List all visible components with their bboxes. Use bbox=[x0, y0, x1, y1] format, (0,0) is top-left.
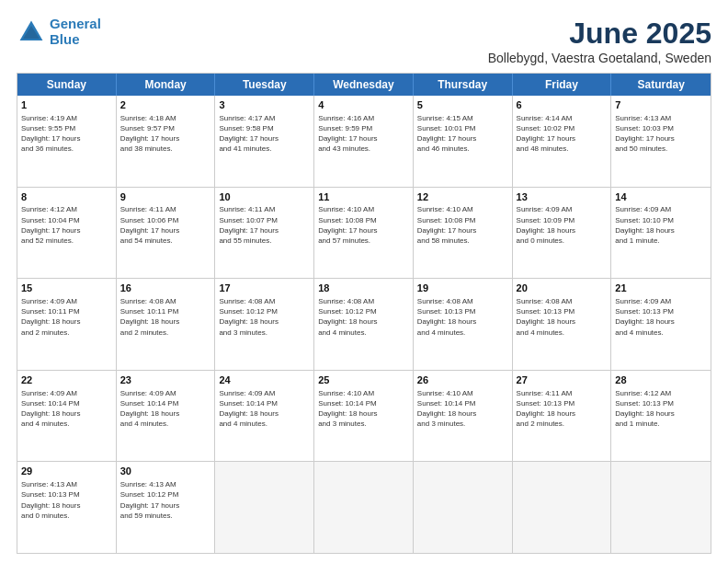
day-info-9: Sunrise: 4:11 AM Sunset: 10:06 PM Daylig… bbox=[120, 204, 211, 246]
day-number-29: 29 bbox=[21, 465, 112, 478]
day-16: 16Sunrise: 4:08 AM Sunset: 10:11 PM Dayl… bbox=[117, 279, 216, 370]
day-info-23: Sunrise: 4:09 AM Sunset: 10:14 PM Daylig… bbox=[120, 388, 211, 430]
day-28: 28Sunrise: 4:12 AM Sunset: 10:13 PM Dayl… bbox=[611, 371, 711, 462]
day-info-30: Sunrise: 4:13 AM Sunset: 10:12 PM Daylig… bbox=[120, 479, 211, 521]
logo-line2: Blue bbox=[50, 31, 80, 47]
day-info-26: Sunrise: 4:10 AM Sunset: 10:14 PM Daylig… bbox=[417, 388, 508, 430]
week-row-1: 1Sunrise: 4:19 AM Sunset: 9:55 PM Daylig… bbox=[17, 96, 711, 188]
day-info-20: Sunrise: 4:08 AM Sunset: 10:13 PM Daylig… bbox=[517, 296, 608, 338]
day-number-6: 6 bbox=[517, 98, 608, 112]
calendar-header: Sunday Monday Tuesday Wednesday Thursday… bbox=[17, 74, 711, 96]
day-29: 29Sunrise: 4:13 AM Sunset: 10:13 PM Dayl… bbox=[17, 462, 117, 553]
empty-cell-4-3 bbox=[314, 462, 414, 553]
day-number-28: 28 bbox=[615, 373, 707, 387]
day-number-13: 13 bbox=[517, 190, 608, 204]
day-15: 15Sunrise: 4:09 AM Sunset: 10:11 PM Dayl… bbox=[17, 279, 117, 370]
day-9: 9Sunrise: 4:11 AM Sunset: 10:06 PM Dayli… bbox=[117, 188, 216, 279]
day-number-26: 26 bbox=[417, 373, 508, 387]
header-tuesday: Tuesday bbox=[215, 74, 314, 96]
day-number-19: 19 bbox=[417, 282, 508, 295]
day-number-21: 21 bbox=[615, 282, 707, 295]
day-17: 17Sunrise: 4:08 AM Sunset: 10:12 PM Dayl… bbox=[215, 279, 314, 370]
empty-cell-4-4 bbox=[414, 462, 513, 553]
day-number-20: 20 bbox=[517, 282, 608, 295]
day-21: 21Sunrise: 4:09 AM Sunset: 10:13 PM Dayl… bbox=[611, 279, 711, 370]
day-6: 6Sunrise: 4:14 AM Sunset: 10:02 PM Dayli… bbox=[513, 96, 612, 187]
day-info-12: Sunrise: 4:10 AM Sunset: 10:08 PM Daylig… bbox=[417, 204, 508, 246]
week-row-2: 8Sunrise: 4:12 AM Sunset: 10:04 PM Dayli… bbox=[17, 188, 711, 280]
day-22: 22Sunrise: 4:09 AM Sunset: 10:14 PM Dayl… bbox=[17, 371, 117, 462]
day-info-8: Sunrise: 4:12 AM Sunset: 10:04 PM Daylig… bbox=[21, 204, 112, 246]
header-saturday: Saturday bbox=[611, 74, 711, 96]
day-number-25: 25 bbox=[318, 373, 409, 387]
day-23: 23Sunrise: 4:09 AM Sunset: 10:14 PM Dayl… bbox=[117, 371, 216, 462]
header-friday: Friday bbox=[513, 74, 612, 96]
day-24: 24Sunrise: 4:09 AM Sunset: 10:14 PM Dayl… bbox=[215, 371, 314, 462]
header-sunday: Sunday bbox=[17, 74, 117, 96]
day-info-14: Sunrise: 4:09 AM Sunset: 10:10 PM Daylig… bbox=[615, 204, 707, 246]
day-14: 14Sunrise: 4:09 AM Sunset: 10:10 PM Dayl… bbox=[611, 188, 711, 279]
logo-icon bbox=[17, 17, 46, 47]
empty-cell-4-2 bbox=[215, 462, 314, 553]
day-number-12: 12 bbox=[417, 190, 508, 204]
day-2: 2Sunrise: 4:18 AM Sunset: 9:57 PM Daylig… bbox=[117, 96, 216, 187]
day-number-10: 10 bbox=[219, 190, 310, 204]
day-info-16: Sunrise: 4:08 AM Sunset: 10:11 PM Daylig… bbox=[120, 296, 211, 338]
day-info-13: Sunrise: 4:09 AM Sunset: 10:09 PM Daylig… bbox=[517, 204, 608, 246]
day-info-25: Sunrise: 4:10 AM Sunset: 10:14 PM Daylig… bbox=[318, 388, 409, 430]
day-12: 12Sunrise: 4:10 AM Sunset: 10:08 PM Dayl… bbox=[414, 188, 513, 279]
page: General Blue June 2025 Bollebygd, Vaestr… bbox=[0, 0, 728, 563]
day-30: 30Sunrise: 4:13 AM Sunset: 10:12 PM Dayl… bbox=[117, 462, 216, 553]
day-number-1: 1 bbox=[21, 98, 112, 112]
day-19: 19Sunrise: 4:08 AM Sunset: 10:13 PM Dayl… bbox=[414, 279, 513, 370]
day-number-17: 17 bbox=[219, 282, 310, 295]
week-row-4: 22Sunrise: 4:09 AM Sunset: 10:14 PM Dayl… bbox=[17, 371, 711, 463]
day-number-30: 30 bbox=[120, 465, 211, 478]
day-info-28: Sunrise: 4:12 AM Sunset: 10:13 PM Daylig… bbox=[615, 388, 707, 430]
header-monday: Monday bbox=[117, 74, 216, 96]
day-number-4: 4 bbox=[318, 98, 409, 112]
empty-cell-4-5 bbox=[513, 462, 612, 553]
day-13: 13Sunrise: 4:09 AM Sunset: 10:09 PM Dayl… bbox=[513, 188, 612, 279]
day-number-11: 11 bbox=[318, 190, 409, 204]
logo: General Blue bbox=[17, 17, 101, 47]
day-info-22: Sunrise: 4:09 AM Sunset: 10:14 PM Daylig… bbox=[21, 388, 112, 430]
day-number-8: 8 bbox=[21, 190, 112, 204]
day-info-29: Sunrise: 4:13 AM Sunset: 10:13 PM Daylig… bbox=[21, 479, 112, 521]
day-number-23: 23 bbox=[120, 373, 211, 387]
day-number-15: 15 bbox=[21, 282, 112, 295]
day-info-10: Sunrise: 4:11 AM Sunset: 10:07 PM Daylig… bbox=[219, 204, 310, 246]
day-info-2: Sunrise: 4:18 AM Sunset: 9:57 PM Dayligh… bbox=[120, 113, 211, 155]
header-wednesday: Wednesday bbox=[314, 74, 414, 96]
day-11: 11Sunrise: 4:10 AM Sunset: 10:08 PM Dayl… bbox=[314, 188, 414, 279]
calendar-body: 1Sunrise: 4:19 AM Sunset: 9:55 PM Daylig… bbox=[17, 96, 711, 553]
calendar: Sunday Monday Tuesday Wednesday Thursday… bbox=[17, 73, 711, 554]
day-info-17: Sunrise: 4:08 AM Sunset: 10:12 PM Daylig… bbox=[219, 296, 310, 338]
day-number-16: 16 bbox=[120, 282, 211, 295]
header: General Blue June 2025 Bollebygd, Vaestr… bbox=[17, 17, 711, 65]
day-26: 26Sunrise: 4:10 AM Sunset: 10:14 PM Dayl… bbox=[414, 371, 513, 462]
day-number-3: 3 bbox=[219, 98, 310, 112]
day-info-19: Sunrise: 4:08 AM Sunset: 10:13 PM Daylig… bbox=[417, 296, 508, 338]
day-number-22: 22 bbox=[21, 373, 112, 387]
day-number-9: 9 bbox=[120, 190, 211, 204]
day-number-18: 18 bbox=[318, 282, 409, 295]
day-8: 8Sunrise: 4:12 AM Sunset: 10:04 PM Dayli… bbox=[17, 188, 117, 279]
day-1: 1Sunrise: 4:19 AM Sunset: 9:55 PM Daylig… bbox=[17, 96, 117, 187]
day-4: 4Sunrise: 4:16 AM Sunset: 9:59 PM Daylig… bbox=[314, 96, 414, 187]
day-info-5: Sunrise: 4:15 AM Sunset: 10:01 PM Daylig… bbox=[417, 113, 508, 155]
day-number-7: 7 bbox=[615, 98, 707, 112]
day-20: 20Sunrise: 4:08 AM Sunset: 10:13 PM Dayl… bbox=[513, 279, 612, 370]
day-number-14: 14 bbox=[615, 190, 707, 204]
title-area: June 2025 Bollebygd, Vaestra Goetaland, … bbox=[488, 17, 711, 65]
day-info-1: Sunrise: 4:19 AM Sunset: 9:55 PM Dayligh… bbox=[21, 113, 112, 155]
location: Bollebygd, Vaestra Goetaland, Sweden bbox=[488, 51, 711, 65]
week-row-3: 15Sunrise: 4:09 AM Sunset: 10:11 PM Dayl… bbox=[17, 279, 711, 371]
day-info-6: Sunrise: 4:14 AM Sunset: 10:02 PM Daylig… bbox=[517, 113, 608, 155]
header-thursday: Thursday bbox=[414, 74, 513, 96]
day-3: 3Sunrise: 4:17 AM Sunset: 9:58 PM Daylig… bbox=[215, 96, 314, 187]
day-number-2: 2 bbox=[120, 98, 211, 112]
day-info-18: Sunrise: 4:08 AM Sunset: 10:12 PM Daylig… bbox=[318, 296, 409, 338]
week-row-5: 29Sunrise: 4:13 AM Sunset: 10:13 PM Dayl… bbox=[17, 462, 711, 553]
day-10: 10Sunrise: 4:11 AM Sunset: 10:07 PM Dayl… bbox=[215, 188, 314, 279]
